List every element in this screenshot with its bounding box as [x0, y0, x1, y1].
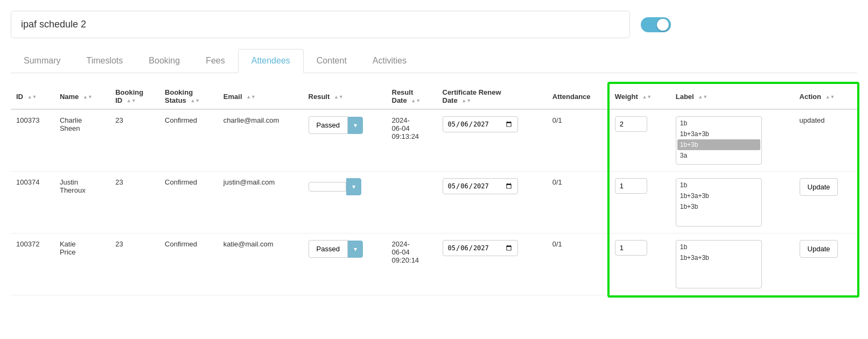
sort-icon-booking-status[interactable]: ▲▼ — [190, 98, 200, 103]
toggle-slider — [641, 17, 671, 32]
cell-result-date: 2024-06-0409:20:14 — [387, 234, 437, 295]
label-item[interactable]: 1b+3a+3b — [677, 129, 760, 139]
weight-input[interactable] — [615, 116, 647, 132]
cert-renew-date-input[interactable] — [443, 240, 518, 256]
col-header-id: ID ▲▼ — [11, 84, 54, 109]
update-button[interactable]: Update — [800, 240, 838, 258]
label-listbox[interactable]: 1b 1b+3a+3b 1b+3b — [676, 178, 762, 227]
label-listbox[interactable]: 1b 1b+3a+3b 1b+3b 3a — [676, 116, 762, 165]
cell-action: Update — [794, 234, 857, 295]
header-bar — [11, 11, 857, 38]
label-item[interactable]: 1b+3a+3b — [677, 190, 760, 201]
sort-icon-action[interactable]: ▲▼ — [825, 95, 835, 100]
sort-icon-result-date[interactable]: ▲▼ — [411, 98, 421, 103]
result-dropdown-button[interactable]: ▾ — [348, 241, 363, 258]
cert-renew-date-input[interactable] — [443, 116, 518, 132]
toggle-wrapper — [641, 17, 671, 32]
sort-icon-weight[interactable]: ▲▼ — [642, 95, 652, 100]
col-header-cert-renew: Certificate RenewDate ▲▼ — [437, 84, 547, 109]
label-item[interactable]: 3a — [677, 150, 760, 161]
update-button[interactable]: Update — [800, 178, 838, 196]
table-row: 100372 KatiePrice 23 Confirmed katie@mai… — [11, 234, 857, 295]
label-listbox[interactable]: 1b 1b+3a+3b — [676, 240, 762, 288]
tabs: Summary Timeslots Booking Fees Attendees… — [11, 49, 857, 73]
sort-icon-cert-renew[interactable]: ▲▼ — [461, 98, 471, 103]
col-header-email: Email ▲▼ — [218, 84, 303, 109]
cell-name: JustinTheroux — [54, 172, 110, 234]
cell-booking-status: Confirmed — [159, 109, 218, 172]
cell-id: 100372 — [11, 234, 54, 295]
sort-icon-id[interactable]: ▲▼ — [27, 95, 37, 100]
table-row: 100374 JustinTheroux 23 Confirmed justin… — [11, 172, 857, 234]
cert-renew-date-input[interactable] — [443, 178, 518, 194]
sort-icon-name[interactable]: ▲▼ — [83, 95, 93, 100]
tab-fees[interactable]: Fees — [193, 50, 238, 72]
result-passed-button[interactable]: Passed — [309, 240, 348, 258]
cell-id: 100373 — [11, 109, 54, 172]
label-item[interactable]: 1b — [677, 118, 760, 129]
label-item[interactable]: 1b — [677, 242, 760, 252]
tab-content[interactable]: Content — [304, 50, 360, 72]
cell-cert-renew — [437, 109, 547, 172]
cell-label: 1b 1b+3a+3b — [670, 234, 794, 295]
cell-weight — [610, 172, 670, 234]
table-container: ID ▲▼ Name ▲▼ BookingID ▲▼ BookingStatus… — [11, 84, 857, 295]
attendees-table: ID ▲▼ Name ▲▼ BookingID ▲▼ BookingStatus… — [11, 84, 857, 295]
result-passed-button[interactable]: Passed — [309, 116, 348, 134]
col-header-label: Label ▲▼ — [670, 84, 794, 109]
cell-booking-id: 23 — [110, 234, 159, 295]
cell-result: ▾ — [303, 172, 387, 234]
tab-booking[interactable]: Booking — [136, 50, 193, 72]
cell-name: KatiePrice — [54, 234, 110, 295]
cell-booking-id: 23 — [110, 109, 159, 172]
cell-label: 1b 1b+3a+3b 1b+3b — [670, 172, 794, 234]
cell-booking-status: Confirmed — [159, 172, 218, 234]
cell-result-date: 2024-06-0409:13:24 — [387, 109, 437, 172]
cell-attendance: 0/1 — [547, 234, 610, 295]
sort-icon-email[interactable]: ▲▼ — [246, 95, 256, 100]
result-dropdown-button[interactable]: ▾ — [348, 117, 363, 134]
tab-summary[interactable]: Summary — [11, 50, 73, 72]
cell-email: katie@mail.com — [218, 234, 303, 295]
col-header-booking-status: BookingStatus ▲▼ — [159, 84, 218, 109]
tab-timeslots[interactable]: Timeslots — [73, 50, 136, 72]
result-dropdown-button[interactable]: ▾ — [346, 178, 361, 195]
toggle-switch[interactable] — [641, 17, 671, 32]
sort-icon-booking-id[interactable]: ▲▼ — [127, 98, 136, 103]
cell-email: justin@mail.com — [218, 172, 303, 234]
result-button[interactable] — [309, 182, 346, 192]
weight-input[interactable] — [615, 178, 647, 194]
col-header-result-date: ResultDate ▲▼ — [387, 84, 437, 109]
cell-weight — [610, 234, 670, 295]
col-header-weight: Weight ▲▼ — [610, 84, 670, 109]
page-wrapper: Summary Timeslots Booking Fees Attendees… — [0, 0, 868, 339]
tab-attendees[interactable]: Attendees — [238, 49, 304, 73]
sort-icon-label[interactable]: ▲▼ — [698, 95, 708, 100]
label-item[interactable]: 1b+3b — [677, 201, 760, 212]
cell-action: updated — [794, 109, 857, 172]
col-header-booking-id: BookingID ▲▼ — [110, 84, 159, 109]
cell-result-date — [387, 172, 437, 234]
cell-attendance: 0/1 — [547, 172, 610, 234]
col-header-result: Result ▲▼ — [303, 84, 387, 109]
col-header-attendance: Attendance — [547, 84, 610, 109]
cell-email: charlie@mail.com — [218, 109, 303, 172]
tab-activities[interactable]: Activities — [360, 50, 419, 72]
label-item[interactable]: 1b — [677, 180, 760, 190]
table-header-row: ID ▲▼ Name ▲▼ BookingID ▲▼ BookingStatus… — [11, 84, 857, 109]
label-item-selected[interactable]: 1b+3b — [677, 139, 760, 150]
cell-label: 1b 1b+3a+3b 1b+3b 3a — [670, 109, 794, 172]
cell-booking-id: 23 — [110, 172, 159, 234]
search-input[interactable] — [11, 11, 630, 38]
cell-cert-renew — [437, 172, 547, 234]
cell-result: Passed ▾ — [303, 234, 387, 295]
search-input-wrapper — [11, 11, 630, 38]
weight-input[interactable] — [615, 240, 647, 256]
label-item[interactable]: 1b+3a+3b — [677, 252, 760, 263]
cell-attendance: 0/1 — [547, 109, 610, 172]
cell-cert-renew — [437, 234, 547, 295]
cell-id: 100374 — [11, 172, 54, 234]
col-header-action: Action ▲▼ — [794, 84, 857, 109]
sort-icon-result[interactable]: ▲▼ — [334, 95, 344, 100]
cell-weight — [610, 109, 670, 172]
